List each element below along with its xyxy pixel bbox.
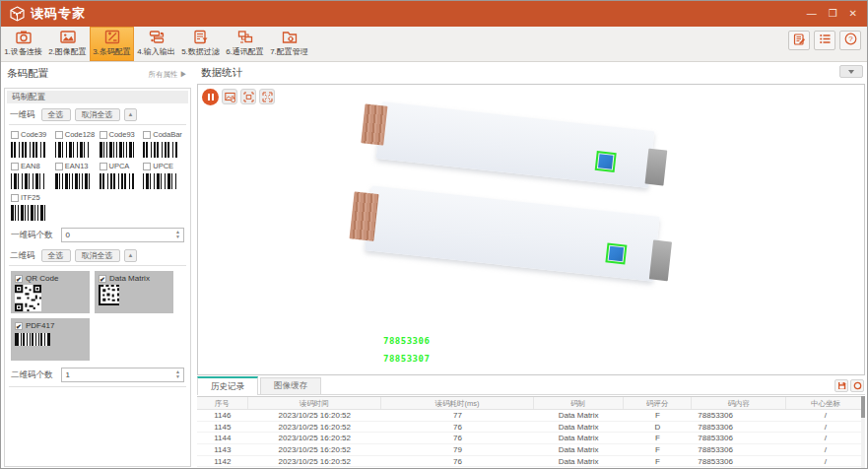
- one-d-select-all-button[interactable]: 全选: [41, 108, 71, 121]
- app-window: 读码专家 — ❐ ✕ 1.设备连接2.图像配置3.条码配置4.输入输出5.数据过…: [0, 0, 868, 469]
- barcode-type-label: EAN8: [21, 162, 40, 170]
- one-d-collapse-button[interactable]: ▲: [124, 108, 138, 121]
- clear-icon: [853, 381, 862, 390]
- barcode-sample-code39: [11, 142, 46, 158]
- image-save-button[interactable]: [222, 89, 237, 104]
- close-icon[interactable]: ✕: [849, 9, 857, 19]
- tab--[interactable]: 图像缓存: [260, 377, 321, 394]
- table-row[interactable]: 11452023/10/25 16:20:5276Data MatrixD788…: [197, 422, 865, 434]
- tab--[interactable]: 历史记录: [197, 376, 258, 395]
- toolbar-button-image[interactable]: 2.图像配置: [45, 27, 90, 61]
- arrow-up-icon: ▲: [128, 111, 134, 117]
- two-d-group-row: 二维码 全选 取消全选 ▲: [5, 246, 190, 265]
- table-cell: 1145: [197, 422, 248, 433]
- toolbar-button-data-filter[interactable]: 5.数据过滤: [178, 27, 223, 61]
- stepper-arrows[interactable]: ▲▼: [175, 369, 180, 378]
- toolbar-button-label: 6.通讯配置: [226, 46, 264, 57]
- stepper-arrows[interactable]: ▲▼: [175, 230, 180, 238]
- all-properties-link[interactable]: 所有属性 ▶: [148, 70, 187, 80]
- list-button[interactable]: [814, 31, 835, 50]
- table-scrollbar[interactable]: [861, 396, 865, 468]
- table-cell: 78853306: [692, 467, 786, 468]
- table-row[interactable]: 11462023/10/25 16:20:5277Data MatrixF788…: [197, 410, 865, 422]
- checkbox-ean13[interactable]: [55, 163, 63, 170]
- toolbar-button-comm-config[interactable]: 6.通讯配置: [223, 27, 267, 61]
- gray-tab: [645, 149, 668, 186]
- barcode-sample-upca: [100, 173, 135, 189]
- table-row[interactable]: 11412023/10/25 16:20:5276Data MatrixF788…: [197, 467, 865, 468]
- export-button[interactable]: [835, 379, 848, 392]
- barcode-type-label: PDF417: [26, 321, 54, 330]
- product-slab-2: [365, 185, 659, 281]
- two-d-collapse-button[interactable]: ▲: [124, 249, 138, 262]
- checkbox-ean8[interactable]: [11, 163, 19, 170]
- two-d-count-row: 二维码个数 1 ▲▼: [5, 363, 190, 386]
- two-d-select-all-button[interactable]: 全选: [41, 249, 71, 262]
- checkbox-qr-code[interactable]: ✔: [15, 275, 23, 283]
- toolbar-button-label: 2.图像配置: [48, 46, 87, 57]
- maximize-icon[interactable]: ❐: [829, 9, 837, 19]
- checkbox-codabar[interactable]: [143, 131, 151, 139]
- table-cell: /: [786, 410, 865, 421]
- spin-down-icon[interactable]: ▼: [175, 234, 180, 238]
- toolbar-button-label: 5.数据过滤: [181, 46, 220, 57]
- window-controls: — ❐ ✕: [807, 1, 857, 27]
- help-button[interactable]: ?: [839, 31, 861, 50]
- one-d-deselect-all-button[interactable]: 取消全选: [75, 108, 120, 121]
- barcode-type-qr-code[interactable]: ✔QR Code: [11, 271, 90, 313]
- table-cell: 78853306: [692, 433, 786, 443]
- spin-down-icon[interactable]: ▼: [175, 374, 180, 378]
- toolbar-button-label: 1.设备连接: [4, 46, 42, 57]
- bottom-tabbar: 历史记录图像缓存: [197, 377, 865, 395]
- barcode-type-data-matrix[interactable]: ✔Data Matrix: [95, 271, 173, 313]
- camera-icon: [16, 30, 32, 44]
- clear-button[interactable]: [850, 379, 864, 392]
- toolbar-button-config-manage[interactable]: 7.配置管理: [267, 27, 311, 61]
- fullscreen-button[interactable]: [259, 89, 275, 104]
- table-cell: Data Matrix: [534, 433, 624, 443]
- panel-collapse-button[interactable]: [839, 65, 863, 78]
- barcode-type-pdf417[interactable]: ✔PDF417: [11, 318, 90, 361]
- scrollbar-thumb[interactable]: [861, 396, 865, 418]
- table-row[interactable]: 11422023/10/25 16:20:5276Data MatrixF788…: [197, 456, 865, 468]
- bottom-panel: 历史记录图像缓存 序号读码时间读码耗时(ms)码制码评分码内容中心坐标 1146…: [197, 377, 865, 468]
- two-d-count-stepper[interactable]: 1 ▲▼: [61, 368, 185, 382]
- toolbar-button-camera[interactable]: 1.设备连接: [1, 27, 45, 61]
- pause-button[interactable]: [202, 89, 219, 105]
- datamatrix-label: [598, 154, 613, 168]
- checkbox-upce[interactable]: [143, 163, 151, 170]
- live-image-view[interactable]: 7885330678853307: [197, 84, 865, 375]
- checkbox-pdf417[interactable]: ✔: [15, 322, 23, 330]
- divider: [9, 386, 186, 387]
- table-row[interactable]: 11442023/10/25 16:20:5276Data MatrixF788…: [197, 433, 865, 444]
- toolbar-button-io[interactable]: 4.输入输出: [134, 27, 178, 61]
- left-panel-title: 条码配置: [7, 67, 48, 81]
- minimize-icon[interactable]: —: [807, 9, 817, 19]
- table-cell: 77: [381, 410, 534, 421]
- checkbox-code39[interactable]: [11, 131, 19, 139]
- table-cell: 76: [381, 456, 534, 467]
- toolbar-button-barcode-config[interactable]: 3.条码配置: [90, 27, 134, 61]
- camera-scene: 7885330678853307: [198, 85, 864, 374]
- checkbox-upca[interactable]: [100, 163, 107, 170]
- checkbox-code93[interactable]: [100, 131, 107, 139]
- history-table[interactable]: 序号读码时间读码耗时(ms)码制码评分码内容中心坐标 11462023/10/2…: [197, 396, 865, 468]
- table-cell: 78853306: [692, 456, 786, 467]
- fit-view-button[interactable]: [240, 89, 256, 104]
- two-d-deselect-all-button[interactable]: 取消全选: [75, 249, 120, 262]
- table-row[interactable]: 11432023/10/25 16:20:5279Data MatrixF788…: [197, 444, 865, 456]
- right-panel-title: 数据统计: [201, 66, 242, 80]
- data-filter-icon: [193, 30, 209, 44]
- tabs: 历史记录图像缓存: [197, 376, 321, 394]
- gray-tab: [649, 239, 672, 281]
- barcode-type-code93: Code93: [100, 130, 143, 158]
- one-d-group-row: 一维码 全选 取消全选 ▲: [5, 105, 190, 124]
- checkbox-code128[interactable]: [55, 131, 63, 139]
- one-d-count-row: 一维码个数 0 ▲▼: [5, 223, 190, 246]
- detection-result-text: 78853306: [383, 336, 430, 346]
- two-d-count-label: 二维码个数: [11, 369, 53, 381]
- one-d-count-stepper[interactable]: 0 ▲▼: [61, 228, 185, 242]
- checkbox-itf25[interactable]: [11, 194, 19, 202]
- report-button[interactable]: [788, 31, 810, 50]
- checkbox-data-matrix[interactable]: ✔: [99, 275, 106, 283]
